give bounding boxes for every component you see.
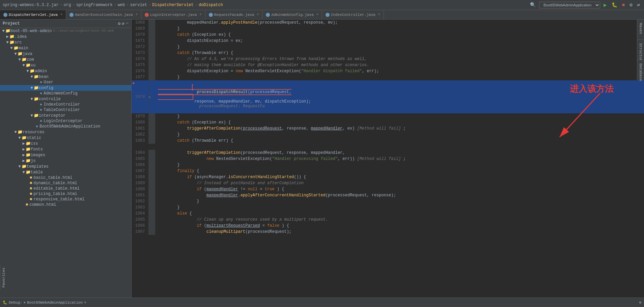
code-line: mappedHandler.applyPostHandle(processedR… [155, 20, 644, 26]
tree-item-java[interactable]: ▼ 📁 java [0, 51, 131, 57]
close-icon[interactable]: × [257, 13, 259, 17]
tree-item-css[interactable]: ▶ 📁 css [0, 141, 131, 146]
tree-item-xu[interactable]: ▼ 📁 xu [0, 62, 131, 68]
line-number: 1082 [132, 132, 148, 138]
tree-item-dynamic-table[interactable]: ■ dynamic_table.html [0, 180, 131, 186]
tree-item-indexcontroller[interactable]: ● IndexController [0, 102, 131, 107]
tree-item-editable-table[interactable]: ■ editable_table.html [0, 186, 131, 191]
tree-item-images[interactable]: ▶ 📁 images [0, 152, 131, 158]
tree-item-idea[interactable]: ▶ 📁 .idea [0, 34, 131, 39]
code-table: 1068 mappedHandler.applyPostHandle(proce… [132, 20, 644, 235]
tree-item-boot05app[interactable]: ● Boot05WebAdminApplication [0, 124, 131, 129]
tree-item-main[interactable]: ▼ 📁 main [0, 45, 131, 51]
code-scroll[interactable]: 1068 mappedHandler.applyPostHandle(proce… [132, 20, 644, 298]
expand-arrow: ▼ [18, 57, 22, 62]
tree-item-com[interactable]: ▼ 📁 com [0, 57, 131, 62]
line-number: 1075 [132, 62, 148, 68]
tab-adminwebconfig[interactable]: AdminWebConfig.java × [262, 10, 322, 20]
database-tab[interactable]: Database [637, 60, 644, 80]
code-editor[interactable]: 1068 mappedHandler.applyPostHandle(proce… [132, 20, 644, 298]
line-number: 1074 [132, 56, 148, 62]
sidebar-collapse-icon[interactable]: − [126, 21, 129, 26]
tree-item-templates[interactable]: ▼ 📁 templates [0, 164, 131, 169]
maven-tab[interactable]: Maven [637, 20, 644, 40]
folder-icon: 📁 [18, 130, 23, 135]
code-row-1090: 1090 if (mappedHandler != null = true ) … [132, 186, 644, 192]
close-icon[interactable]: × [60, 13, 62, 17]
tree-item-label: static [27, 136, 41, 140]
folder-icon: 📁 [34, 113, 39, 118]
run-config-select[interactable]: Boot05WebAdminApplication [539, 2, 600, 8]
toolbar-right: 🔍 Boot05WebAdminApplication ▶ 🐛 ■ ⚙ ⇄ [529, 1, 641, 9]
debug-button[interactable]: 🐛 [610, 1, 619, 8]
translate-icon[interactable]: ⇄ [636, 1, 641, 8]
favorites-tab[interactable]: Favorites [0, 265, 7, 290]
tree-item-adminwebconfig[interactable]: ● AdminWebConfig [0, 91, 131, 96]
code-line: } [155, 26, 644, 32]
settings-icon[interactable]: ⚙ [628, 1, 634, 8]
tab-indexcontroller[interactable]: IndexController.java × [322, 10, 384, 20]
tab-handlerexecutionchain[interactable]: HandlerExecutionChain.java × [66, 10, 141, 20]
tree-item-user[interactable]: ● User [0, 80, 131, 85]
stop-button[interactable]: ■ [621, 2, 626, 8]
tab-requestfacade[interactable]: RequestFacade.java × [205, 10, 263, 20]
close-icon[interactable]: × [200, 13, 202, 17]
tab-logininterceptor[interactable]: LoginInterceptor.java × [141, 10, 205, 20]
tree-item-label: java [23, 52, 32, 56]
tree-item-src[interactable]: ▼ 📁 src [0, 39, 131, 45]
tree-item-resources[interactable]: ▼ 📁 resources [0, 129, 131, 135]
gutter [148, 198, 155, 204]
close-icon[interactable]: × [136, 13, 138, 17]
gutter [148, 204, 155, 211]
line-number: 1080 [132, 119, 148, 125]
java-icon: ● [40, 119, 42, 123]
tab-label: AdminWebConfig.java [271, 13, 313, 17]
top-bar: spring-webmvc-5.3.2.jar › org › springfr… [0, 0, 644, 10]
code-line: dispatchException = ex; [155, 38, 644, 44]
tree-item-js[interactable]: ▶ 📁 js [0, 158, 131, 164]
structure-tab[interactable]: Structure [637, 40, 644, 60]
tree-item-fonts[interactable]: ▶ 📁 fonts [0, 146, 131, 152]
sidebar-sync-icon[interactable]: ⇄ [122, 21, 124, 26]
line-number: 1089 [132, 180, 148, 186]
gutter [148, 56, 155, 62]
tree-item-controlle[interactable]: ▼ 📁 controlle [0, 96, 131, 102]
tree-item-responsive-table[interactable]: ■ responsive_table.html [0, 197, 131, 202]
tree-item-bean[interactable]: ▼ 📁 bean [0, 74, 131, 80]
java-file-icon [69, 13, 74, 17]
line-number: 1087 [132, 168, 148, 174]
search-icon[interactable]: 🔍 [529, 1, 537, 8]
gutter [148, 113, 155, 119]
run-button[interactable]: ▶ [602, 1, 608, 9]
code-row-1094: 1094 else { [132, 211, 644, 217]
java-file-icon [266, 13, 270, 17]
tree-item-common-html[interactable]: ■ common.html [0, 202, 131, 207]
tree-item-logininterceptor[interactable]: ● LoginInterceptor [0, 118, 131, 124]
tree-item-label: common.html [29, 202, 56, 207]
folder-icon: 📁 [26, 170, 31, 175]
code-line: // As of 4.3, we're processing Errors th… [155, 56, 644, 62]
tree-item-interceptor[interactable]: ▼ 📁 interceptor [0, 113, 131, 118]
tree-item-static[interactable]: ▼ 📁 static [0, 135, 131, 141]
code-line: catch (Exception ex) { [155, 32, 644, 38]
gutter [148, 26, 155, 32]
tree-item-basic-table[interactable]: ■ basic_table.html [0, 175, 131, 180]
line-number: 1079 [132, 113, 148, 119]
tree-item-config[interactable]: ▼ 📁 config [0, 85, 131, 91]
tree-item-admin[interactable]: ▼ 📁 admin [0, 68, 131, 74]
debug-close-icon[interactable]: × [84, 301, 86, 305]
tab-dispatcherservlet[interactable]: DispatcherServlet.java × [0, 10, 66, 20]
close-icon[interactable]: × [316, 13, 318, 17]
code-line: // Instead of postHandle and afterComple… [155, 180, 644, 186]
tree-item-table[interactable]: ▼ 📁 table [0, 169, 131, 175]
code-row-1076: 1076 dispatchException = new NestedServl… [132, 68, 644, 74]
gear-icon[interactable]: ⚙ [639, 300, 641, 305]
tree-item-pricing-table[interactable]: ■ pricing_table.html [0, 191, 131, 197]
tree-item-boot05[interactable]: ▼ 📁 boot-05-web-admin D:\Java\springBoot… [0, 28, 131, 34]
sidebar-settings-icon[interactable]: ⚙ [118, 21, 121, 26]
close-icon[interactable]: × [378, 13, 380, 17]
tree-item-label: main [19, 46, 28, 51]
folder-icon: 📁 [26, 63, 31, 68]
tab-bar: DispatcherServlet.java × HandlerExecutio… [0, 10, 644, 20]
tree-item-tablecontroller[interactable]: ● TableController [0, 107, 131, 113]
